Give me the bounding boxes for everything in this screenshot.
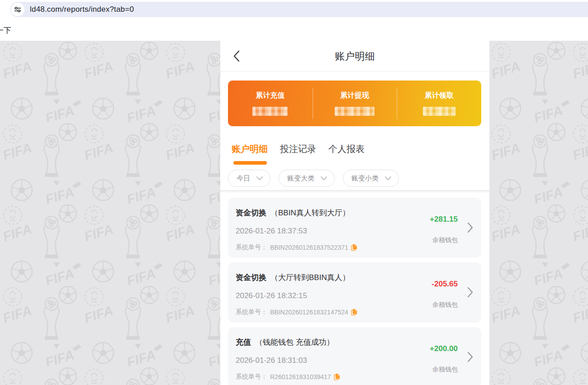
transaction-order-row: 系统单号：BBIN202601261832147524: [236, 308, 357, 316]
transaction-card[interactable]: 资金切换（BBIN真人转到大厅） 2026-01-26 18:37:53 系统单…: [228, 198, 481, 258]
transaction-datetime: 2026-01-26 18:37:53: [236, 227, 307, 236]
transaction-note: （大厅转到BBIN真人）: [270, 273, 350, 282]
transaction-datetime: 2026-01-26 18:31:03: [236, 356, 307, 365]
filter-bar: 今日 账变大类 账变小类: [228, 170, 399, 187]
chevron-right-icon[interactable]: [467, 352, 473, 362]
filter-major-category-dropdown[interactable]: 账变大类: [279, 170, 335, 187]
filter-date-dropdown[interactable]: 今日: [228, 170, 270, 187]
transaction-datetime: 2026-01-26 18:32:15: [236, 291, 307, 300]
transaction-title: 充值（钱能钱包 充值成功）: [236, 337, 334, 347]
page-title: 账户明细: [220, 50, 489, 63]
summary-claim: 累计领取: [397, 81, 481, 126]
url-pill[interactable]: ld48.com/reports/index?tab=0: [10, 2, 588, 17]
screen: ld48.com/reports/index?tab=0 一下: [0, 0, 588, 385]
summary-deposit-label: 累计充值: [256, 91, 285, 100]
summary-withdraw: 累计提现: [313, 81, 397, 126]
transaction-type: 充值: [236, 338, 251, 347]
transaction-list: 资金切换（BBIN真人转到大厅） 2026-01-26 18:37:53 系统单…: [228, 198, 481, 385]
filter-major-category-label: 账变大类: [287, 174, 314, 183]
summary-withdraw-value-masked: [335, 107, 375, 116]
summary-claim-value-masked: [423, 107, 455, 116]
browser-address-bar: ld48.com/reports/index?tab=0: [0, 0, 588, 19]
site-settings-icon[interactable]: [11, 3, 24, 16]
summary-deposit: 累计充值: [228, 81, 313, 126]
transaction-wallet: 余额钱包: [432, 301, 458, 309]
filter-minor-category-dropdown[interactable]: 账变小类: [343, 170, 399, 187]
transaction-wallet: 余额钱包: [432, 366, 458, 374]
transaction-note: （钱能钱包 充值成功）: [255, 338, 334, 347]
transaction-card[interactable]: 充值（钱能钱包 充值成功） 2026-01-26 18:31:03 系统单号：R…: [228, 327, 481, 385]
transaction-wallet: 余额钱包: [432, 236, 458, 244]
chevron-down-icon: [321, 176, 327, 181]
transaction-title: 资金切换（BBIN真人转到大厅）: [236, 208, 350, 218]
page-background: FIFA FIFA 账户明细 累计充值: [0, 41, 588, 385]
copy-icon[interactable]: [334, 373, 340, 380]
tab-personal-report[interactable]: 个人报表: [328, 143, 365, 163]
transaction-amount: -205.65: [432, 280, 458, 289]
tab-account-detail[interactable]: 账户明细: [232, 143, 268, 163]
tab-bet-records[interactable]: 投注记录: [280, 143, 316, 163]
transaction-type: 资金切换: [236, 273, 266, 282]
summary-deposit-value-masked: [252, 107, 288, 116]
page-top-strip: 一下: [0, 19, 588, 41]
filter-minor-category-label: 账变小类: [351, 174, 379, 183]
clipped-text: 一下: [0, 25, 11, 36]
copy-icon[interactable]: [351, 244, 357, 251]
summary-withdraw-label: 累计提现: [340, 91, 369, 100]
tab-bar: 账户明细 投注记录 个人报表: [232, 143, 365, 163]
transaction-title: 资金切换（大厅转到BBIN真人）: [236, 272, 350, 283]
transaction-card[interactable]: 资金切换（大厅转到BBIN真人） 2026-01-26 18:32:15 系统单…: [228, 262, 481, 323]
chevron-right-icon[interactable]: [467, 287, 473, 298]
transaction-order-row: 系统单号：R2601261831039417: [236, 373, 340, 381]
copy-icon[interactable]: [351, 309, 357, 316]
summary-card: 累计充值 累计提现 累计领取: [228, 81, 481, 126]
order-label: 系统单号：: [236, 243, 267, 252]
chevron-right-icon[interactable]: [467, 222, 473, 233]
summary-claim-label: 累计领取: [425, 91, 454, 100]
order-number: BBIN202601261832147524: [270, 309, 348, 316]
url-text[interactable]: ld48.com/reports/index?tab=0: [30, 5, 134, 14]
order-label: 系统单号：: [236, 373, 267, 381]
panel-header: 账户明细: [220, 41, 489, 71]
transaction-type: 资金切换: [236, 209, 266, 217]
order-number: BBIN202601261837522371: [270, 244, 348, 251]
order-number: R2601261831039417: [270, 373, 331, 380]
transaction-note: （BBIN真人转到大厅）: [270, 209, 350, 217]
header-shadow-divider: [220, 190, 489, 193]
transaction-amount: +281.15: [430, 215, 458, 224]
chevron-down-icon: [385, 176, 391, 181]
filter-date-label: 今日: [237, 174, 250, 183]
account-panel: 账户明细 累计充值 累计提现 累计领取 账户明细 投注记录: [220, 41, 489, 385]
order-label: 系统单号：: [236, 308, 267, 316]
transaction-order-row: 系统单号：BBIN202601261837522371: [236, 243, 357, 252]
chevron-down-icon: [256, 176, 263, 181]
transaction-amount: +200.00: [430, 344, 458, 353]
